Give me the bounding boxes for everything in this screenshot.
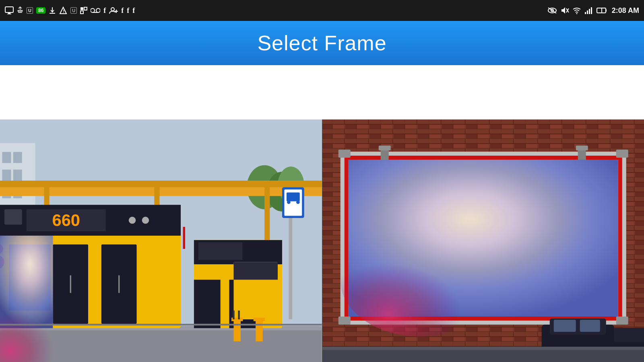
svg-rect-105 [576,146,588,150]
svg-point-48 [129,217,136,224]
svg-rect-101 [616,317,628,325]
svg-rect-30 [2,170,11,181]
wifi-icon [572,7,581,14]
svg-rect-99 [616,150,628,158]
svg-rect-108 [553,320,576,332]
galaxy-store-icon: U [70,7,77,14]
page-title: Select Frame [257,31,386,55]
app-header: Select Frame [0,21,644,65]
svg-rect-109 [580,320,600,332]
galaxy-icon: U [27,7,33,14]
svg-rect-19 [585,12,586,14]
frame-billboard[interactable] [322,119,644,362]
battery-icon [597,7,607,14]
svg-rect-6 [80,11,83,14]
svg-rect-123 [322,347,644,350]
svg-rect-65 [194,280,221,328]
voicemail-icon [91,7,100,14]
signal-icon [584,7,593,14]
svg-text:!: ! [63,9,64,14]
svg-rect-21 [589,9,590,14]
status-time: 2:08 AM [612,6,639,15]
svg-point-97 [340,224,501,337]
svg-rect-122 [322,349,644,362]
svg-point-49 [142,217,149,224]
svg-rect-80 [254,318,265,321]
svg-rect-75 [233,319,241,341]
svg-rect-29 [13,152,22,163]
mute-icon [560,6,569,14]
svg-rect-78 [238,311,239,319]
svg-point-73 [287,200,291,204]
svg-rect-117 [614,328,644,342]
status-right-icons: 2:08 AM [547,6,639,15]
svg-point-7 [91,8,95,12]
svg-rect-72 [287,193,300,202]
facebook-icon-2: f [121,6,124,15]
eye-off-icon [547,7,557,14]
svg-rect-68 [233,262,278,280]
svg-rect-79 [256,319,263,341]
svg-rect-1 [8,12,10,14]
alert-icon: ! [59,6,67,14]
svg-rect-104 [378,146,390,150]
svg-point-18 [576,13,577,14]
svg-point-74 [296,200,300,204]
download-icon [49,6,56,14]
svg-rect-4 [80,7,83,10]
svg-rect-24 [606,9,607,12]
svg-rect-28 [2,152,11,163]
frame-grid: 660 [0,119,644,362]
svg-rect-81 [0,324,322,325]
svg-rect-98 [338,150,350,158]
svg-rect-31 [13,170,22,181]
frame-bus-stop[interactable]: 660 [0,119,322,362]
svg-rect-64 [198,242,243,260]
facebook-icon-1: f [103,6,106,15]
notification-badge: 86 [36,7,45,14]
status-left-icons: U 86 ! U f f f f [5,6,135,15]
svg-rect-2 [7,14,11,14]
svg-point-8 [96,8,100,12]
flipboard-icon [80,7,87,14]
gap-area [0,65,644,119]
facebook-icon-4: f [132,6,135,15]
svg-text:660: 660 [52,211,80,230]
svg-rect-20 [587,10,588,14]
svg-rect-50 [4,209,22,224]
screen-icon [5,6,14,14]
svg-rect-0 [5,7,13,12]
svg-rect-5 [84,7,87,10]
status-bar: U 86 ! U f f f f [0,0,644,21]
usb-icon [17,6,23,15]
facebook-icon-3: f [127,6,129,15]
svg-rect-22 [591,7,592,14]
add-person-icon [109,6,118,14]
svg-rect-77 [233,311,234,319]
svg-rect-100 [338,317,350,325]
svg-point-10 [111,8,114,11]
svg-rect-52 [183,227,185,249]
